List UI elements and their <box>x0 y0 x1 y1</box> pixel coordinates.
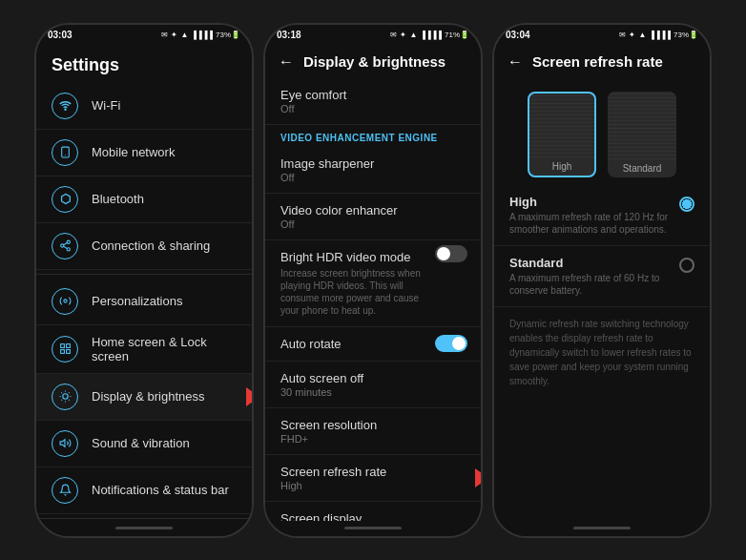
eye-comfort-row[interactable]: Eye comfort Off <box>265 78 481 125</box>
bright-hdr-toggle[interactable] <box>435 245 467 262</box>
divider-1 <box>36 274 252 275</box>
settings-item-notifications[interactable]: Notifications & status bar <box>36 467 252 514</box>
svg-rect-9 <box>60 344 64 348</box>
settings-item-personalizations[interactable]: Personalizations <box>36 279 252 325</box>
high-radio-button[interactable] <box>679 197 694 212</box>
svg-point-0 <box>64 109 65 110</box>
standard-refresh-option[interactable]: Standard A maximum refresh rate of 60 Hz… <box>494 246 710 307</box>
display-page-title: Display & brightness <box>303 53 446 70</box>
refresh-info-text: Dynamic refresh rate switching technolog… <box>494 307 710 398</box>
high-preview-visual <box>529 93 594 157</box>
svg-line-16 <box>61 392 62 393</box>
auto-rotate-row[interactable]: Auto rotate <box>265 327 481 362</box>
svg-line-7 <box>63 243 67 245</box>
wifi-icon-2: ▲ <box>409 31 417 39</box>
toggle-knob <box>437 247 450 260</box>
settings-item-homescreen[interactable]: Home screen & Lock screen <box>36 325 252 374</box>
screen-resolution-row[interactable]: Screen resolution FHD+ <box>265 408 481 455</box>
auto-screen-off-row[interactable]: Auto screen off 30 minutes <box>265 362 481 408</box>
bt-icon: ✦ <box>171 31 177 39</box>
video-color-row[interactable]: Video color enhancer Off <box>265 194 481 240</box>
status-icons-3: ✉ ✦ ▲ ▐▐▐▐ 73%🔋 <box>619 31 698 39</box>
high-option-desc: A maximum refresh rate of 120 Hz for smo… <box>509 211 670 236</box>
sim-icon-3: ✉ <box>619 31 626 39</box>
refresh-preview-area: High Standard <box>494 78 710 185</box>
svg-point-4 <box>60 244 63 247</box>
screen-refresh-row[interactable]: Screen refresh rate High <box>265 455 481 502</box>
bluetooth-icon: ⬡ <box>52 186 78 213</box>
standard-preview-card[interactable]: Standard <box>608 92 676 177</box>
status-bar-3: 03:04 ✉ ✦ ▲ ▐▐▐▐ 73%🔋 <box>494 25 710 46</box>
display-screen: ← Display & brightness Eye comfort Off V… <box>265 46 481 521</box>
vee-section-label: VIDEO ENHANCEMENT ENGINE <box>265 125 481 147</box>
svg-point-3 <box>67 240 70 243</box>
status-time-2: 03:18 <box>277 30 301 40</box>
settings-item-sound[interactable]: Sound & vibration <box>36 421 252 467</box>
settings-item-mobile[interactable]: Mobile network <box>36 130 252 176</box>
divider-2 <box>36 518 252 519</box>
signal-icon-2: ▐▐▐▐ <box>420 31 442 39</box>
status-bar-1: 03:03 ✉ ✦ ▲ ▐▐▐▐ 73%🔋 <box>36 25 252 46</box>
screen-resolution-label: Screen resolution <box>280 418 466 432</box>
status-time-1: 03:03 <box>48 30 73 40</box>
sound-icon <box>52 430 78 457</box>
svg-line-21 <box>68 392 69 393</box>
status-bar-2: 03:18 ✉ ✦ ▲ ▐▐▐▐ 71%🔋 <box>265 25 481 46</box>
signal-icon: ▐▐▐▐ <box>191 31 213 39</box>
bright-hdr-row[interactable]: Bright HDR video mode Increase screen br… <box>265 240 481 327</box>
svg-rect-1 <box>61 147 69 157</box>
connection-icon <box>52 233 78 259</box>
screen-display-row[interactable]: Screen display <box>265 502 481 521</box>
image-sharpener-value: Off <box>280 172 466 183</box>
battery-icon: 73%🔋 <box>216 31 240 39</box>
back-button-display[interactable]: ← <box>279 53 294 71</box>
notifications-icon <box>52 477 78 504</box>
high-option-title: High <box>509 195 670 209</box>
image-sharpener-label: Image sharpener <box>280 156 466 171</box>
display-label: Display & brightness <box>92 389 205 404</box>
standard-preview-visual <box>608 92 676 159</box>
standard-radio-button[interactable] <box>679 258 694 273</box>
settings-item-bluetooth[interactable]: ⬡ Bluetooth <box>36 176 252 223</box>
status-icons-2: ✉ ✦ ▲ ▐▐▐▐ 71%🔋 <box>390 31 469 39</box>
refresh-arrow-indicator <box>475 468 481 487</box>
standard-option-title: Standard <box>509 256 670 270</box>
status-icons-1: ✉ ✦ ▲ ▐▐▐▐ 73%🔋 <box>161 31 240 39</box>
bottom-indicator-2 <box>344 527 402 529</box>
battery-icon-3: 73%🔋 <box>673 31 698 39</box>
settings-item-display[interactable]: Display & brightness <box>36 374 252 421</box>
bright-hdr-label: Bright HDR video mode <box>280 250 424 264</box>
high-option-text: High A maximum refresh rate of 120 Hz fo… <box>509 195 670 236</box>
notifications-label: Notifications & status bar <box>92 483 229 497</box>
auto-rotate-toggle[interactable] <box>435 335 467 352</box>
standard-option-text: Standard A maximum refresh rate of 60 Hz… <box>509 256 670 297</box>
back-button-refresh[interactable]: ← <box>508 53 523 71</box>
connection-label: Connection & sharing <box>92 239 210 253</box>
svg-point-8 <box>63 300 66 302</box>
image-sharpener-row[interactable]: Image sharpener Off <box>265 147 481 194</box>
sound-label: Sound & vibration <box>92 436 190 450</box>
settings-list: Wi-Fi Mobile network ⬡ Bluetooth <box>36 83 252 521</box>
homescreen-icon <box>52 336 78 363</box>
battery-icon-2: 71%🔋 <box>445 31 469 39</box>
svg-marker-22 <box>60 440 65 447</box>
bluetooth-label: Bluetooth <box>92 192 144 206</box>
video-color-label: Video color enhancer <box>280 203 466 218</box>
screen-refresh-value: High <box>280 480 466 491</box>
refresh-screen: ← Screen refresh rate High Standard High… <box>494 46 710 521</box>
sim-icon: ✉ <box>161 31 168 39</box>
wifi-icon <box>52 93 78 119</box>
settings-item-wifi[interactable]: Wi-Fi <box>36 83 252 130</box>
settings-item-connection[interactable]: Connection & sharing <box>36 223 252 270</box>
high-refresh-option[interactable]: High A maximum refresh rate of 120 Hz fo… <box>494 185 710 246</box>
screen-display-label: Screen display <box>280 511 466 521</box>
mobile-icon <box>52 139 78 166</box>
svg-point-5 <box>67 248 70 251</box>
eye-comfort-value: Off <box>280 103 466 114</box>
phone-display: 03:18 ✉ ✦ ▲ ▐▐▐▐ 71%🔋 ← Display & bright… <box>263 23 483 538</box>
svg-rect-10 <box>66 344 70 348</box>
settings-screen: Settings Wi-Fi Mobile network <box>36 46 252 521</box>
high-preview-card[interactable]: High <box>528 92 596 177</box>
eye-comfort-label: Eye comfort <box>280 88 466 102</box>
high-preview-label: High <box>529 157 594 176</box>
